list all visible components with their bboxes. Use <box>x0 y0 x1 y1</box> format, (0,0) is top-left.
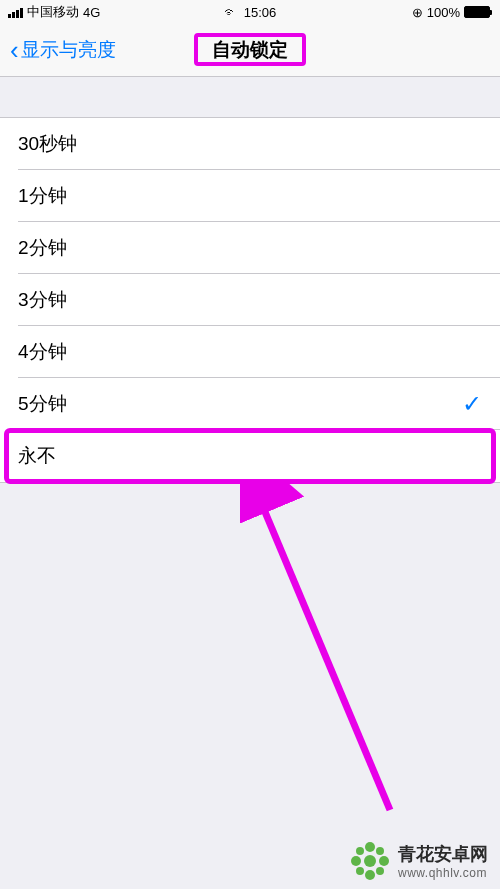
status-right: ⊕ 100% <box>412 5 492 20</box>
option-label: 3分钟 <box>18 287 67 313</box>
options-list: 30秒钟 1分钟 2分钟 3分钟 4分钟 5分钟 ✓ 永不 <box>0 117 500 483</box>
watermark: 青花安卓网 www.qhhlv.com <box>350 841 488 881</box>
status-center: ᯤ 15:06 <box>224 4 277 20</box>
option-5min[interactable]: 5分钟 ✓ <box>0 378 500 430</box>
watermark-text: 青花安卓网 www.qhhlv.com <box>398 842 488 880</box>
back-button[interactable]: ‹ 显示与亮度 <box>10 35 116 66</box>
svg-point-2 <box>364 855 376 867</box>
watermark-logo-icon <box>350 841 390 881</box>
option-label: 2分钟 <box>18 235 67 261</box>
option-label: 4分钟 <box>18 339 67 365</box>
option-4min[interactable]: 4分钟 <box>0 326 500 378</box>
rotation-lock-icon: ⊕ <box>412 5 423 20</box>
back-label: 显示与亮度 <box>21 37 116 63</box>
section-gap <box>0 77 500 117</box>
status-left: 中国移动 4G <box>8 3 100 21</box>
battery-percentage: 100% <box>427 5 460 20</box>
svg-point-6 <box>379 856 389 866</box>
option-label: 30秒钟 <box>18 131 77 157</box>
option-3min[interactable]: 3分钟 <box>0 274 500 326</box>
svg-point-9 <box>356 867 364 875</box>
carrier-label: 中国移动 <box>27 3 79 21</box>
svg-point-5 <box>351 856 361 866</box>
navigation-bar: ‹ 显示与亮度 自动锁定 <box>0 24 500 77</box>
chevron-left-icon: ‹ <box>10 35 19 66</box>
svg-point-4 <box>365 870 375 880</box>
watermark-title: 青花安卓网 <box>398 842 488 866</box>
network-label: 4G <box>83 5 100 20</box>
svg-point-8 <box>376 847 384 855</box>
row-highlight-box <box>4 428 496 484</box>
time-label: 15:06 <box>244 5 277 20</box>
hotspot-icon: ᯤ <box>224 4 238 20</box>
battery-icon <box>464 6 492 18</box>
option-label: 5分钟 <box>18 391 67 417</box>
svg-point-3 <box>365 842 375 852</box>
option-label: 1分钟 <box>18 183 67 209</box>
option-1min[interactable]: 1分钟 <box>0 170 500 222</box>
annotation-arrow <box>240 480 430 834</box>
svg-point-10 <box>376 867 384 875</box>
option-2min[interactable]: 2分钟 <box>0 222 500 274</box>
option-never[interactable]: 永不 <box>0 430 500 482</box>
watermark-url: www.qhhlv.com <box>398 866 487 880</box>
arrow-icon <box>240 480 430 830</box>
svg-point-7 <box>356 847 364 855</box>
page-title: 自动锁定 <box>194 37 306 63</box>
option-label: 永不 <box>18 443 56 469</box>
title-highlight-box: 自动锁定 <box>194 33 306 66</box>
checkmark-icon: ✓ <box>462 390 482 418</box>
signal-icon <box>8 6 23 18</box>
status-bar: 中国移动 4G ᯤ 15:06 ⊕ 100% <box>0 0 500 24</box>
svg-line-1 <box>260 500 390 810</box>
option-30sec[interactable]: 30秒钟 <box>0 118 500 170</box>
